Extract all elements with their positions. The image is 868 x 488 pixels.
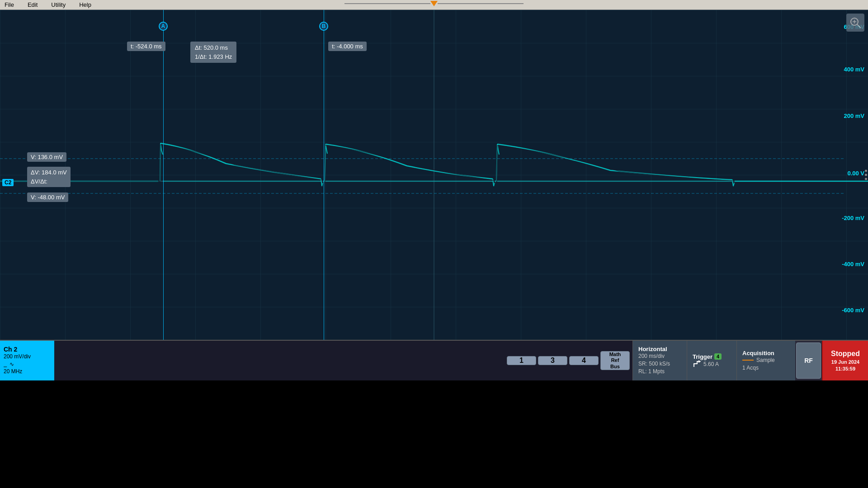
horizontal-section: Horizontal 200 ms/div SR: 500 kS/s RL: 1…: [632, 341, 687, 380]
stopped-date: 19 Jun 2024: [831, 359, 859, 365]
trigger-section: Trigger 4 5.60 A: [687, 341, 736, 380]
y-label-minus400mv: -400 mV: [842, 261, 864, 267]
zoom-icon[interactable]: [846, 14, 864, 32]
menu-edit[interactable]: Edit: [28, 1, 38, 8]
acq-line-icon: [742, 360, 754, 361]
trigger-value-row: 5.60 A: [693, 360, 731, 368]
menu-help[interactable]: Help: [79, 1, 91, 8]
trigger-position-indicator: [344, 1, 524, 6]
y-label-400mv: 400 mV: [844, 66, 864, 73]
horizontal-title: Horizontal: [638, 346, 681, 352]
y-label-minus200mv: -200 mV: [842, 214, 864, 221]
math-ref-bus-button[interactable]: MathRefBus: [600, 351, 630, 370]
trigger-title: Trigger: [693, 353, 712, 360]
trigger-edge-icon: [693, 360, 702, 368]
stopped-time: 11:35:59: [835, 366, 855, 371]
cursor-a-line: [163, 10, 164, 340]
y-label-200mv: 200 mV: [844, 112, 864, 119]
ch2-bw: 20 MHz: [4, 368, 51, 375]
channel-buttons-container: 1 3 4 MathRefBus: [504, 341, 632, 380]
menu-utility[interactable]: Utility: [51, 1, 66, 8]
trigger-level: 5.60 A: [703, 361, 719, 367]
menubar: File Edit Utility Help: [0, 0, 868, 10]
menu-file[interactable]: File: [5, 1, 14, 8]
delta-t-label: Δt: 520.0 ms: [195, 43, 232, 52]
channel-2-status: Ch 2 200 mV/div ⎯ ∿ 20 MHz: [0, 341, 54, 380]
dot-3: [865, 178, 867, 180]
horizontal-sr: SR: 500 kS/s: [638, 360, 681, 368]
dv-per-dt: ΔV/Δt:: [31, 177, 67, 186]
dv-value: ΔV: 184.0 mV: [31, 168, 67, 177]
voltage-label-upper: V: 136.0 mV: [27, 152, 66, 162]
trigger-arrow-container: [430, 1, 438, 6]
cursor-b-time-label: t: -4.000 ms: [328, 42, 367, 51]
dot-1: [865, 170, 867, 172]
trigger-bar-right: [438, 3, 524, 4]
cursor-a-time-label: t: -524.0 ms: [127, 42, 165, 51]
acquisition-section: Acquisition Sample 1 Acqs: [736, 341, 795, 380]
oscilloscope-screen: 600 mV 400 mV 200 mV 0.00 V -200 mV -400…: [0, 10, 868, 340]
cursor-b-line: [324, 10, 324, 340]
right-edge-dots: [865, 170, 867, 180]
voltage-label-lower: V: -48.00 mV: [27, 192, 68, 202]
trigger-bar-left: [344, 3, 430, 4]
stopped-button[interactable]: Stopped 19 Jun 2024 11:35:59: [822, 341, 868, 380]
cursor-a-marker[interactable]: A: [159, 22, 168, 31]
statusbar-spacer: [54, 341, 504, 380]
rf-button[interactable]: RF: [796, 343, 821, 379]
horizontal-rl: RL: 1 Mpts: [638, 368, 681, 375]
trigger-title-row: Trigger 4: [693, 353, 731, 360]
acq-count: 1 Acqs: [742, 364, 790, 372]
trigger-badge: 4: [714, 353, 722, 360]
ch4-button[interactable]: 4: [569, 356, 599, 365]
ch2-name: Ch 2: [4, 346, 51, 353]
statusbar: Ch 2 200 mV/div ⎯ ∿ 20 MHz 1 3 4 MathRef…: [0, 340, 868, 380]
ch2-coupling-wave: ∿: [9, 361, 14, 368]
acq-mode: Sample: [756, 357, 775, 364]
acq-mode-row: Sample: [742, 357, 790, 364]
stopped-label: Stopped: [831, 350, 860, 358]
dot-2: [865, 174, 867, 176]
ch3-button[interactable]: 3: [538, 356, 567, 365]
channel-2-label: C2: [2, 179, 14, 186]
y-label-0v: 0.00 V: [847, 170, 864, 177]
trigger-arrow-icon: [430, 1, 438, 6]
delta-inv-label: 1/Δt: 1.923 Hz: [195, 52, 232, 61]
horizontal-div: 200 ms/div: [638, 352, 681, 360]
y-label-minus600mv: -600 mV: [842, 307, 864, 314]
ch2-coupling-sym: ⎯: [4, 361, 7, 368]
acq-title: Acquisition: [742, 350, 790, 357]
ch1-button[interactable]: 1: [507, 356, 536, 365]
grid-svg: [0, 10, 868, 340]
delta-info-box: Δt: 520.0 ms 1/Δt: 1.923 Hz: [190, 42, 236, 63]
delta-v-label: ΔV: 184.0 mV ΔV/Δt:: [27, 167, 71, 187]
ch2-div: 200 mV/div: [4, 353, 51, 361]
ch2-coupling: ⎯ ∿: [4, 361, 51, 368]
svg-line-19: [857, 24, 861, 28]
